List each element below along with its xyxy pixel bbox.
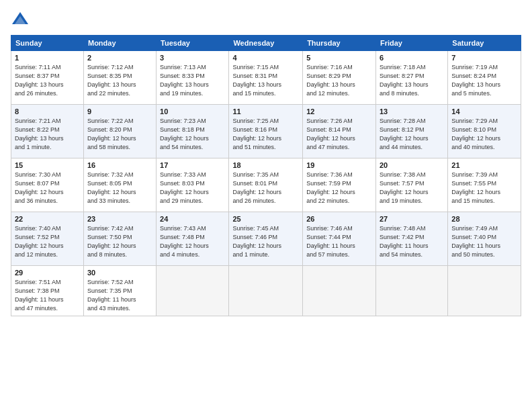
calendar-week-row: 22Sunrise: 7:40 AMSunset: 7:52 PMDayligh… [11, 212, 521, 266]
calendar-body: 1Sunrise: 7:11 AMSunset: 8:37 PMDaylight… [11, 51, 521, 316]
calendar-table: SundayMondayTuesdayWednesdayThursdayFrid… [11, 35, 521, 316]
day-info: Sunrise: 7:48 AMSunset: 7:42 PMDaylight:… [380, 224, 444, 259]
day-info: Sunrise: 7:32 AMSunset: 8:05 PMDaylight:… [87, 171, 152, 205]
calendar-cell: 6Sunrise: 7:18 AMSunset: 8:27 PMDaylight… [375, 51, 447, 105]
day-number: 4 [232, 54, 299, 62]
calendar-cell: 16Sunrise: 7:32 AMSunset: 8:05 PMDayligh… [83, 158, 156, 212]
calendar-cell: 4Sunrise: 7:15 AMSunset: 8:31 PMDaylight… [229, 51, 303, 105]
calendar-week-row: 15Sunrise: 7:30 AMSunset: 8:07 PMDayligh… [11, 158, 521, 212]
calendar-cell: 17Sunrise: 7:33 AMSunset: 8:03 PMDayligh… [157, 158, 229, 212]
day-number: 28 [451, 215, 517, 223]
calendar-header-monday: Monday [83, 36, 156, 51]
calendar-cell [229, 266, 303, 316]
calendar-header-thursday: Thursday [303, 36, 376, 51]
day-info: Sunrise: 7:39 AMSunset: 7:55 PMDaylight:… [451, 171, 517, 205]
day-number: 5 [306, 54, 372, 62]
calendar-cell: 21Sunrise: 7:39 AMSunset: 7:55 PMDayligh… [448, 158, 521, 212]
calendar-cell [375, 266, 447, 316]
day-info: Sunrise: 7:42 AMSunset: 7:50 PMDaylight:… [87, 224, 152, 259]
day-info: Sunrise: 7:25 AMSunset: 8:16 PMDaylight:… [232, 117, 299, 152]
calendar-cell: 13Sunrise: 7:28 AMSunset: 8:12 PMDayligh… [375, 105, 447, 158]
day-info: Sunrise: 7:21 AMSunset: 8:22 PMDaylight:… [15, 117, 80, 152]
day-info: Sunrise: 7:33 AMSunset: 8:03 PMDaylight:… [160, 171, 225, 205]
day-number: 15 [15, 161, 80, 169]
day-number: 17 [160, 161, 225, 169]
calendar-cell: 10Sunrise: 7:23 AMSunset: 8:18 PMDayligh… [157, 105, 229, 158]
calendar-cell: 23Sunrise: 7:42 AMSunset: 7:50 PMDayligh… [83, 212, 156, 266]
day-info: Sunrise: 7:16 AMSunset: 8:29 PMDaylight:… [306, 63, 372, 98]
day-number: 30 [87, 269, 152, 277]
day-info: Sunrise: 7:51 AMSunset: 7:38 PMDaylight:… [15, 278, 80, 313]
calendar-cell: 8Sunrise: 7:21 AMSunset: 8:22 PMDaylight… [11, 105, 84, 158]
day-info: Sunrise: 7:30 AMSunset: 8:07 PMDaylight:… [15, 171, 80, 205]
day-number: 20 [380, 161, 444, 169]
calendar-cell: 7Sunrise: 7:19 AMSunset: 8:24 PMDaylight… [448, 51, 521, 105]
day-number: 18 [232, 161, 299, 169]
calendar-cell: 20Sunrise: 7:38 AMSunset: 7:57 PMDayligh… [375, 158, 447, 212]
day-number: 9 [87, 107, 152, 116]
logo-icon [11, 11, 30, 30]
calendar-header-row: SundayMondayTuesdayWednesdayThursdayFrid… [11, 36, 521, 51]
day-info: Sunrise: 7:35 AMSunset: 8:01 PMDaylight:… [232, 171, 299, 205]
calendar-cell: 2Sunrise: 7:12 AMSunset: 8:35 PMDaylight… [83, 51, 156, 105]
calendar-cell: 28Sunrise: 7:49 AMSunset: 7:40 PMDayligh… [448, 212, 521, 266]
day-info: Sunrise: 7:28 AMSunset: 8:12 PMDaylight:… [380, 117, 444, 152]
day-number: 23 [87, 215, 152, 223]
calendar-cell: 3Sunrise: 7:13 AMSunset: 8:33 PMDaylight… [157, 51, 229, 105]
day-number: 19 [306, 161, 372, 169]
calendar-cell: 29Sunrise: 7:51 AMSunset: 7:38 PMDayligh… [11, 266, 84, 316]
day-info: Sunrise: 7:23 AMSunset: 8:18 PMDaylight:… [160, 117, 225, 152]
day-info: Sunrise: 7:18 AMSunset: 8:27 PMDaylight:… [380, 63, 444, 98]
day-info: Sunrise: 7:22 AMSunset: 8:20 PMDaylight:… [87, 117, 152, 152]
day-number: 3 [160, 54, 225, 62]
day-info: Sunrise: 7:19 AMSunset: 8:24 PMDaylight:… [451, 63, 517, 98]
calendar-cell [448, 266, 521, 316]
calendar-cell: 30Sunrise: 7:52 AMSunset: 7:35 PMDayligh… [83, 266, 156, 316]
day-number: 14 [451, 107, 517, 116]
calendar-cell: 27Sunrise: 7:48 AMSunset: 7:42 PMDayligh… [375, 212, 447, 266]
day-info: Sunrise: 7:43 AMSunset: 7:48 PMDaylight:… [160, 224, 225, 259]
day-number: 21 [451, 161, 517, 169]
calendar-header-tuesday: Tuesday [157, 36, 229, 51]
day-number: 10 [160, 107, 225, 116]
day-number: 11 [232, 107, 299, 116]
calendar-cell [303, 266, 376, 316]
calendar-cell: 19Sunrise: 7:36 AMSunset: 7:59 PMDayligh… [303, 158, 376, 212]
calendar-header-sunday: Sunday [11, 36, 84, 51]
day-info: Sunrise: 7:26 AMSunset: 8:14 PMDaylight:… [306, 117, 372, 152]
calendar-cell: 15Sunrise: 7:30 AMSunset: 8:07 PMDayligh… [11, 158, 84, 212]
day-info: Sunrise: 7:15 AMSunset: 8:31 PMDaylight:… [232, 63, 299, 98]
calendar-cell: 25Sunrise: 7:45 AMSunset: 7:46 PMDayligh… [229, 212, 303, 266]
calendar-header-saturday: Saturday [448, 36, 521, 51]
day-number: 22 [15, 215, 80, 223]
day-number: 13 [380, 107, 444, 116]
day-info: Sunrise: 7:38 AMSunset: 7:57 PMDaylight:… [380, 171, 444, 205]
calendar-cell: 24Sunrise: 7:43 AMSunset: 7:48 PMDayligh… [157, 212, 229, 266]
calendar-cell: 26Sunrise: 7:46 AMSunset: 7:44 PMDayligh… [303, 212, 376, 266]
day-info: Sunrise: 7:13 AMSunset: 8:33 PMDaylight:… [160, 63, 225, 98]
day-number: 29 [15, 269, 80, 277]
calendar-week-row: 8Sunrise: 7:21 AMSunset: 8:22 PMDaylight… [11, 105, 521, 158]
day-info: Sunrise: 7:46 AMSunset: 7:44 PMDaylight:… [306, 224, 372, 259]
calendar-cell: 14Sunrise: 7:29 AMSunset: 8:10 PMDayligh… [448, 105, 521, 158]
calendar-week-row: 1Sunrise: 7:11 AMSunset: 8:37 PMDaylight… [11, 51, 521, 105]
day-info: Sunrise: 7:45 AMSunset: 7:46 PMDaylight:… [232, 224, 299, 259]
calendar-cell: 12Sunrise: 7:26 AMSunset: 8:14 PMDayligh… [303, 105, 376, 158]
calendar-header-friday: Friday [375, 36, 447, 51]
day-number: 1 [15, 54, 80, 62]
day-number: 26 [306, 215, 372, 223]
day-info: Sunrise: 7:11 AMSunset: 8:37 PMDaylight:… [15, 63, 80, 98]
day-number: 2 [87, 54, 152, 62]
day-number: 8 [15, 107, 80, 116]
day-number: 12 [306, 107, 372, 116]
logo [11, 11, 32, 30]
calendar-cell: 1Sunrise: 7:11 AMSunset: 8:37 PMDaylight… [11, 51, 84, 105]
day-number: 24 [160, 215, 225, 223]
day-number: 25 [232, 215, 299, 223]
day-info: Sunrise: 7:12 AMSunset: 8:35 PMDaylight:… [87, 63, 152, 98]
calendar-cell: 22Sunrise: 7:40 AMSunset: 7:52 PMDayligh… [11, 212, 84, 266]
calendar-cell: 18Sunrise: 7:35 AMSunset: 8:01 PMDayligh… [229, 158, 303, 212]
day-info: Sunrise: 7:49 AMSunset: 7:40 PMDaylight:… [451, 224, 517, 259]
day-info: Sunrise: 7:40 AMSunset: 7:52 PMDaylight:… [15, 224, 80, 259]
day-number: 6 [380, 54, 444, 62]
